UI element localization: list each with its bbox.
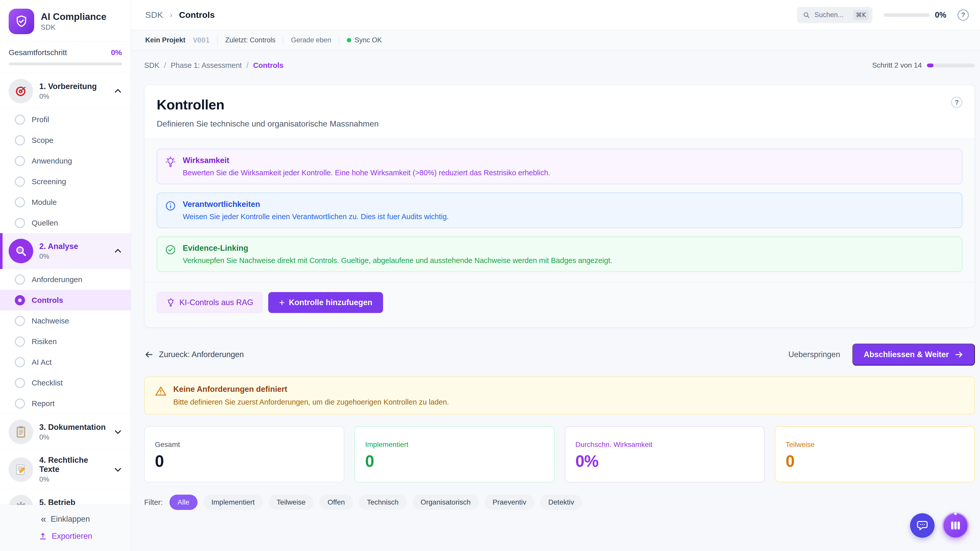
sidebar-item-controls[interactable]: Controls — [0, 290, 130, 310]
sidebar-item-risiken[interactable]: Risiken — [0, 331, 130, 352]
divider — [283, 36, 283, 44]
app-subtitle: SDK — [41, 23, 107, 32]
collapse-sidebar-button[interactable]: « Einklappen — [41, 514, 90, 524]
topbar-progress-bar — [884, 13, 930, 17]
chat-button[interactable] — [910, 513, 935, 538]
sidebar-item-scope[interactable]: Scope — [0, 130, 130, 151]
arrow-left-icon — [144, 350, 154, 359]
chevron-down-icon — [113, 427, 123, 437]
step-progress-bar — [927, 64, 975, 67]
collapse-icon: « — [41, 514, 46, 524]
info-box-verantwortlichkeiten: Verantwortlichkeiten Weisen Sie jeder Ko… — [157, 192, 963, 228]
keyboard-shortcut-badge: ⌘K — [853, 10, 869, 20]
sidebar-item-quellen[interactable]: Quellen — [0, 213, 130, 233]
sidebar-item-anwendung[interactable]: Anwendung — [0, 151, 130, 171]
stat-card-implementiert: Implementiert 0 — [355, 426, 555, 483]
overall-progress-value: 0% — [111, 48, 122, 57]
skip-button[interactable]: Ueberspringen — [788, 350, 840, 359]
back-link[interactable]: Zurueck: Anforderungen — [144, 350, 244, 359]
overall-progress: Gesamtfortschritt 0% — [0, 41, 130, 73]
overall-progress-bar — [9, 62, 122, 65]
section-pct: 0% — [39, 93, 107, 100]
sidebar-section-analyse[interactable]: 2. Analyse 0% — [0, 233, 130, 269]
page-subtitle: Definieren Sie technische und organisato… — [157, 119, 379, 129]
sidebar-section-rechtliche-texte[interactable]: 4. Rechtliche Texte 0% — [0, 450, 130, 489]
sidebar-item-anforderungen[interactable]: Anforderungen — [0, 269, 130, 290]
lightbulb-icon — [165, 156, 176, 168]
columns-view-button[interactable] — [942, 512, 969, 539]
divider — [145, 282, 975, 283]
search-placeholder: Suchen... — [815, 11, 849, 19]
crumb-phase[interactable]: Phase 1: Assessment — [171, 61, 242, 70]
filter-chip-detektiv[interactable]: Detektiv — [540, 495, 582, 510]
sidebar-item-profil[interactable]: Profil — [0, 109, 130, 130]
sidebar-footer: « Einklappen Exportieren — [0, 505, 130, 551]
last-step-label: Zuletzt: Controls — [225, 36, 275, 44]
section-title: 2. Analyse — [39, 242, 107, 251]
sync-status: Sync OK — [347, 36, 382, 44]
overall-progress-label: Gesamtfortschritt — [9, 48, 67, 57]
search-input[interactable]: Suchen... ⌘K — [797, 7, 873, 23]
section-title: 3. Dokumentation — [39, 423, 107, 432]
sidebar-item-nachweise[interactable]: Nachweise — [0, 310, 130, 331]
sidebar-section-vorbereitung[interactable]: 1. Vorbereitung 0% — [0, 73, 130, 109]
radio-selected-icon — [15, 295, 25, 305]
step-label: Schritt 2 von 14 — [872, 61, 922, 69]
breadcrumb: SDK / Phase 1: Assessment / Controls — [144, 61, 283, 70]
ai-controls-button[interactable]: KI-Controls aus RAG — [157, 292, 262, 313]
sidebar-section-betrieb[interactable]: 5. Betrieb 0% — [0, 489, 130, 505]
export-button[interactable]: Exportieren — [38, 532, 92, 541]
sidebar-item-report[interactable]: Report — [0, 393, 130, 414]
memo-pencil-icon — [9, 457, 33, 482]
warning-triangle-icon — [155, 385, 167, 397]
warning-title: Keine Anforderungen definiert — [173, 385, 449, 394]
filter-chip-praeventiv[interactable]: Praeventiv — [484, 495, 535, 510]
sidebar-item-ai-act[interactable]: AI Act — [0, 352, 130, 372]
filter-chip-technisch[interactable]: Technisch — [359, 495, 407, 510]
page-title: Kontrollen — [157, 97, 379, 113]
radio-icon — [15, 357, 25, 367]
topbar-progress: 0% — [884, 11, 946, 20]
sidebar-item-screening[interactable]: Screening — [0, 171, 130, 192]
section-title: 4. Rechtliche Texte — [39, 456, 107, 474]
stat-card-gesamt: Gesamt 0 — [144, 426, 344, 483]
filter-chip-organisatorisch[interactable]: Organisatorisch — [412, 495, 479, 510]
crumb-sdk[interactable]: SDK — [144, 61, 159, 70]
shield-check-icon — [9, 9, 34, 34]
project-version: V001 — [193, 36, 210, 44]
filter-chip-alle[interactable]: Alle — [169, 495, 198, 510]
sync-ok-dot-icon — [347, 38, 351, 42]
topbar: SDK › Controls Suchen... ⌘K 0% — [131, 0, 980, 30]
radio-icon — [15, 316, 25, 326]
topbar-progress-value: 0% — [935, 11, 946, 20]
last-saved-time: Gerade eben — [291, 36, 331, 44]
chat-bubble-icon — [916, 519, 929, 532]
radio-icon — [15, 378, 25, 388]
breadcrumb-current: Controls — [179, 10, 215, 20]
filter-chip-teilweise[interactable]: Teilweise — [269, 495, 314, 510]
radio-icon — [15, 337, 25, 347]
clipboard-icon — [9, 420, 33, 444]
finish-next-button[interactable]: Abschliessen & Weiter — [853, 344, 975, 365]
card-help-icon[interactable]: ? — [951, 97, 963, 108]
radio-icon — [15, 156, 25, 166]
warning-banner: Keine Anforderungen definiert Bitte defi… — [144, 376, 975, 414]
add-control-button[interactable]: + Kontrolle hinzufuegen — [268, 292, 383, 313]
section-pct: 0% — [39, 475, 107, 483]
breadcrumb-root[interactable]: SDK — [145, 10, 163, 20]
section-pct: 0% — [39, 252, 107, 260]
stats-row: Gesamt 0 Implementiert 0 Durchschn. Wirk… — [144, 426, 975, 483]
help-icon[interactable]: ? — [958, 10, 969, 21]
search-icon — [803, 11, 810, 19]
filter-chip-offen[interactable]: Offen — [319, 495, 353, 510]
kontrollen-card: Kontrollen Definieren Sie technische und… — [144, 85, 975, 327]
filter-chip-implementiert[interactable]: Implementiert — [203, 495, 263, 510]
sidebar-item-checklist[interactable]: Checklist — [0, 372, 130, 393]
sidebar-section-dokumentation[interactable]: 3. Dokumentation 0% — [0, 414, 130, 450]
chevron-up-icon — [113, 246, 123, 256]
info-box-evidence-linking: Evidence-Linking Verknuepfen Sie Nachwei… — [157, 237, 963, 272]
sidebar-item-module[interactable]: Module — [0, 192, 130, 213]
radio-icon — [15, 197, 25, 207]
section-title: 1. Vorbereitung — [39, 82, 107, 91]
radio-icon — [15, 176, 25, 187]
